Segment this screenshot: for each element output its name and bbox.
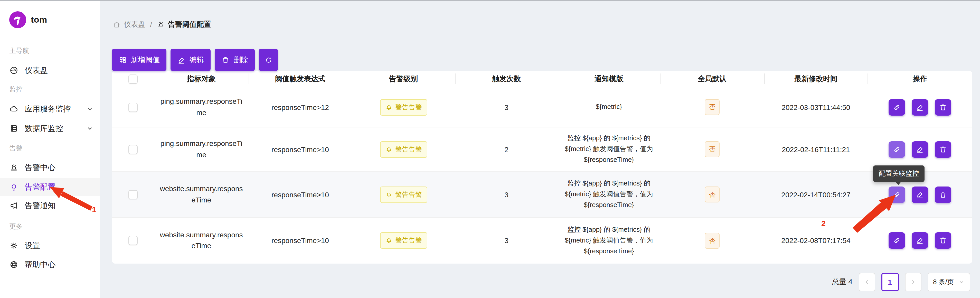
link-monitor-button-hovered[interactable] — [889, 186, 905, 203]
breadcrumb: 仪表盘 / 告警阈值配置 — [113, 20, 211, 29]
level-badge: 警告告警 — [380, 99, 427, 115]
edit-button[interactable]: 编辑 — [170, 49, 211, 71]
bell-icon — [385, 237, 392, 244]
database-icon — [9, 124, 19, 133]
edit-row-button[interactable] — [912, 99, 928, 115]
sidebar-item-help-center[interactable]: 帮助中心 — [0, 255, 100, 274]
global-default-cell: 否 — [660, 218, 764, 263]
count-cell: 2 — [455, 127, 558, 171]
edit-row-button[interactable] — [912, 186, 928, 203]
sidebar-item-label: 仪表盘 — [25, 65, 48, 75]
template-cell: 监控 ${app} 的 ${metrics} 的 ${metric} 触发阈值告… — [558, 218, 660, 263]
header-count: 触发次数 — [455, 71, 558, 87]
brand-logo-icon — [9, 11, 26, 28]
edit-row-button[interactable] — [912, 141, 928, 158]
header-expression: 阈值触发表达式 — [248, 71, 352, 87]
app-title: tom — [31, 14, 47, 25]
select-all-checkbox[interactable] — [129, 74, 138, 83]
row-checkbox[interactable] — [129, 145, 138, 154]
level-cell: 警告告警 — [352, 127, 455, 171]
sidebar-item-label: 数据库监控 — [25, 124, 63, 133]
sidebar-item-alert-notification[interactable]: 告警通知 — [0, 196, 100, 215]
appstore-add-icon — [119, 56, 127, 64]
sidebar-item-alert-config[interactable]: 告警配置 — [0, 178, 100, 196]
link-icon — [892, 237, 901, 245]
global-default-badge: 否 — [705, 233, 719, 249]
toolbar: 新增阈值 编辑 删除 — [112, 49, 278, 71]
breadcrumb-root[interactable]: 仪表盘 — [113, 20, 145, 29]
home-icon — [113, 21, 121, 29]
link-monitor-button[interactable] — [889, 99, 905, 115]
level-badge-label: 警告告警 — [395, 102, 422, 112]
table-row: ping.summary.responseTime responseTime>1… — [112, 127, 972, 171]
header-metric: 指标对象 — [154, 71, 248, 87]
annotation-step-1: 1 — [92, 205, 96, 214]
sidebar-item-settings[interactable]: 设置 — [0, 236, 100, 255]
sidebar-item-dashboard[interactable]: 仪表盘 — [0, 61, 100, 80]
header-template: 通知模版 — [558, 71, 660, 87]
bell-icon — [385, 146, 392, 153]
threshold-table: 指标对象 阈值触发表达式 告警级别 触发次数 通知模版 全局默认 最新修改时间 … — [112, 71, 972, 263]
megaphone-icon — [9, 201, 19, 210]
add-threshold-button[interactable]: 新增阈值 — [112, 49, 166, 71]
edit-icon — [916, 145, 924, 153]
edit-icon — [177, 56, 185, 64]
page-number-button[interactable]: 1 — [881, 273, 899, 291]
modified-time-cell: 2022-03-03T11:44:50 — [764, 87, 867, 127]
total-count-label: 总量 4 — [832, 277, 852, 287]
count-cell: 3 — [455, 87, 558, 127]
row-checkbox[interactable] — [129, 190, 138, 199]
delete-row-button[interactable] — [935, 233, 951, 249]
pagination: 总量 4 1 8 条/页 — [832, 273, 970, 291]
prev-page-button[interactable] — [859, 273, 875, 291]
expression-cell: responseTime>10 — [248, 171, 352, 218]
delete-row-button[interactable] — [935, 141, 951, 158]
level-cell: 警告告警 — [352, 171, 455, 218]
sidebar-item-app-service-monitor[interactable]: 应用服务监控 — [0, 100, 100, 118]
edit-row-button[interactable] — [912, 233, 928, 249]
header-global-default: 全局默认 — [660, 71, 764, 87]
metric-cell: website.summary.responseTime — [154, 171, 248, 218]
header-level: 告警级别 — [352, 71, 455, 87]
cloud-icon — [9, 104, 19, 113]
actions-cell — [867, 87, 972, 127]
page-size-select[interactable]: 8 条/页 — [928, 273, 970, 291]
trash-icon — [939, 103, 947, 111]
bell-icon — [385, 104, 392, 111]
siren-icon — [157, 21, 165, 29]
refresh-button[interactable] — [259, 49, 278, 71]
trash-icon — [939, 237, 947, 245]
global-default-cell: 否 — [660, 127, 764, 171]
trash-icon — [939, 190, 947, 199]
level-badge: 警告告警 — [380, 186, 427, 203]
trash-icon — [221, 56, 229, 64]
sidebar-item-alert-center[interactable]: 告警中心 — [0, 158, 100, 177]
table-row: website.summary.responseTime responseTim… — [112, 218, 972, 263]
link-icon — [892, 103, 901, 111]
sidebar-item-label: 帮助中心 — [25, 260, 56, 269]
row-checkbox[interactable] — [129, 236, 138, 245]
edit-icon — [916, 103, 924, 111]
app-root: tom 主导航 仪表盘 监控 应用服务监控 数据库监控 告警 — [0, 0, 980, 298]
delete-row-button[interactable] — [935, 186, 951, 203]
actions-cell — [867, 127, 972, 171]
level-badge: 警告告警 — [380, 141, 427, 158]
table-row: ping.summary.responseTime responseTime>1… — [112, 87, 972, 127]
link-monitor-button[interactable] — [889, 233, 905, 249]
delete-button[interactable]: 删除 — [215, 49, 255, 71]
header-modified-time: 最新修改时间 — [764, 71, 867, 87]
header-select-all — [112, 71, 154, 87]
table-header-row: 指标对象 阈值触发表达式 告警级别 触发次数 通知模版 全局默认 最新修改时间 … — [112, 71, 972, 87]
level-badge-label: 警告告警 — [395, 236, 422, 245]
modified-time-cell: 2022-02-16T11:11:21 — [764, 127, 867, 171]
next-page-button[interactable] — [905, 273, 921, 291]
delete-row-button[interactable] — [935, 99, 951, 115]
sidebar-item-label: 告警中心 — [25, 163, 56, 172]
link-monitor-button[interactable] — [889, 141, 905, 158]
level-badge-label: 警告告警 — [395, 190, 422, 199]
sidebar-item-database-monitor[interactable]: 数据库监控 — [0, 119, 100, 138]
row-checkbox[interactable] — [129, 102, 138, 112]
threshold-table-card: 指标对象 阈值触发表达式 告警级别 触发次数 通知模版 全局默认 最新修改时间 … — [112, 71, 972, 263]
actions-cell — [867, 218, 972, 263]
link-icon — [892, 145, 901, 153]
